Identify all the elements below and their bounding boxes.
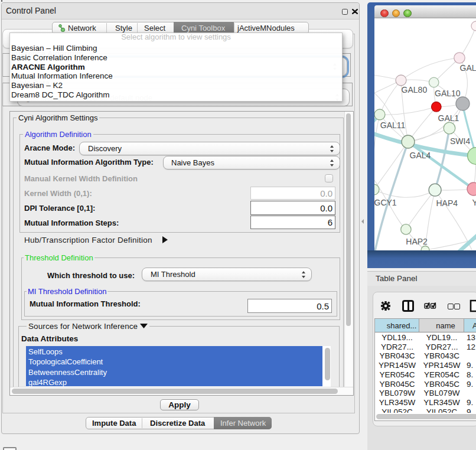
svg-text:GAL4: GAL4 [410, 151, 431, 160]
svg-text:GAL11: GAL11 [380, 120, 406, 130]
svg-text:HAP2: HAP2 [406, 237, 428, 246]
svg-text:GAL7: GAL7 [460, 63, 476, 73]
svg-text:SWI4: SWI4 [450, 136, 470, 146]
svg-text:GCY1: GCY1 [374, 198, 397, 207]
svg-text:GAL1: GAL1 [438, 113, 459, 123]
svg-text:YM: YM [472, 198, 476, 207]
svg-text:GAL80: GAL80 [402, 85, 428, 94]
svg-text:GAL10: GAL10 [435, 89, 461, 98]
svg-text:HAP4: HAP4 [436, 198, 458, 208]
